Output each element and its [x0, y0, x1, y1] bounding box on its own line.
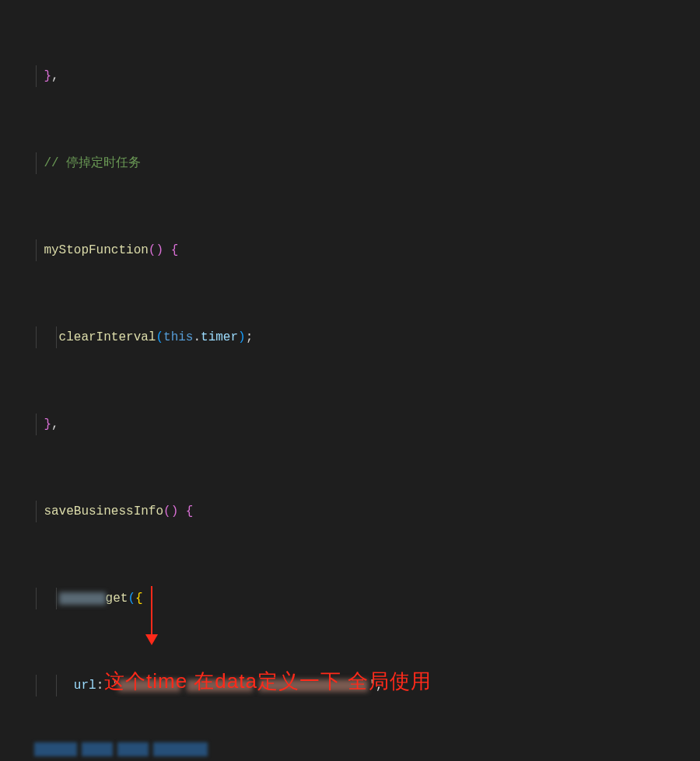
bottom-redacted-row — [34, 742, 208, 756]
code-line[interactable]: saveBusinessInfo() { — [14, 501, 700, 522]
code-line[interactable]: // 停掉定时任务 — [14, 152, 700, 174]
code-line[interactable]: myStopFunction() { — [14, 239, 700, 261]
code-line[interactable]: }, — [14, 65, 700, 87]
annotation-text: 这个time 在data定义一下 全局使用 — [104, 670, 432, 692]
code-editor[interactable]: }, // 停掉定时任务 myStopFunction() { clearInt… — [0, 0, 700, 761]
code-line[interactable]: }, — [14, 414, 700, 435]
code-line[interactable]: clearInterval(this.timer); — [14, 326, 700, 348]
redacted-text — [59, 592, 106, 605]
code-line[interactable]: get({ — [14, 588, 700, 609]
